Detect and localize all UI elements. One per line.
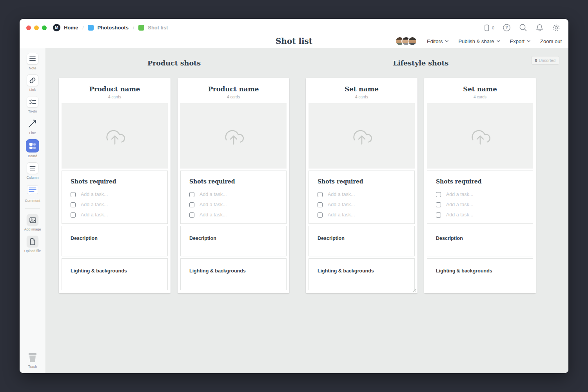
milanote-logo-icon[interactable]: M [53, 24, 60, 31]
maximize-window-button[interactable] [42, 25, 47, 30]
svg-text:?: ? [505, 25, 508, 30]
lighting-note[interactable]: Lighting & backgrounds [427, 258, 533, 290]
lighting-note[interactable]: Lighting & backgrounds [62, 258, 168, 290]
description-note[interactable]: Description [309, 226, 415, 256]
todo-task-row[interactable]: Add a task... [318, 210, 408, 220]
tool-note[interactable]: Note [27, 53, 38, 70]
zoom-out-button[interactable]: Zoom out [540, 38, 562, 44]
export-menu[interactable]: Export [510, 38, 531, 44]
board-card[interactable]: Product name 4 cards Shots required Add … [178, 78, 289, 293]
description-note[interactable]: Description [62, 226, 168, 256]
todo-note[interactable]: Shots required Add a task... Add a task.… [427, 171, 533, 224]
card-title[interactable]: Product name [89, 85, 140, 93]
todo-task-row[interactable]: Add a task... [189, 200, 280, 210]
resize-handle[interactable] [412, 288, 416, 292]
editors-menu[interactable]: Editors [427, 38, 448, 44]
todo-task-row[interactable]: Add a task... [189, 210, 280, 220]
unsorted-label: Unsorted [539, 58, 555, 63]
todo-task-row[interactable]: Add a task... [436, 210, 526, 220]
breadcrumb-home[interactable]: Home [64, 25, 78, 31]
tool-column[interactable]: Column [26, 162, 38, 180]
tool-upload-file[interactable]: Upload file [24, 236, 41, 253]
board-chip-green-icon[interactable] [138, 25, 144, 31]
task-placeholder[interactable]: Add a task... [328, 192, 355, 197]
task-placeholder[interactable]: Add a task... [81, 202, 108, 207]
board-card[interactable]: Product name 4 cards Shots required Add … [59, 78, 171, 293]
notifications-button[interactable] [535, 24, 544, 32]
task-checkbox[interactable] [318, 212, 323, 218]
tool-add-image[interactable]: Add image [24, 214, 41, 231]
todo-note[interactable]: Shots required Add a task... Add a task.… [309, 171, 415, 224]
task-checkbox[interactable] [71, 202, 76, 207]
todo-task-row[interactable]: Add a task... [71, 210, 161, 220]
tool-link[interactable]: Link [27, 74, 38, 92]
editor-avatars[interactable] [395, 36, 417, 46]
task-placeholder[interactable]: Add a task... [81, 212, 108, 218]
task-checkbox[interactable] [71, 212, 76, 218]
card-title[interactable]: Product name [208, 85, 259, 93]
tool-comment[interactable]: Comment [25, 184, 40, 203]
tool-board[interactable]: Board [26, 139, 39, 158]
task-checkbox[interactable] [189, 202, 194, 207]
todo-task-row[interactable]: Add a task... [436, 200, 526, 210]
close-window-button[interactable] [26, 25, 31, 30]
note-title: Description [189, 236, 280, 241]
image-upload-placeholder[interactable] [62, 103, 168, 169]
mobile-uploads-button[interactable]: 0 [483, 24, 494, 32]
task-checkbox[interactable] [189, 212, 194, 218]
zoom-out-label: Zoom out [540, 38, 562, 44]
card-title[interactable]: Set name [345, 85, 378, 93]
image-upload-placeholder[interactable] [309, 103, 415, 169]
todo-task-row[interactable]: Add a task... [318, 189, 408, 200]
group-product-shots: Product shots Product name 4 cards Shots… [59, 59, 289, 293]
task-checkbox[interactable] [318, 192, 323, 197]
board-card[interactable]: Set name 4 cards Shots required Add a ta… [424, 78, 536, 293]
todo-task-row[interactable]: Add a task... [318, 200, 408, 210]
task-checkbox[interactable] [318, 202, 323, 207]
todo-task-row[interactable]: Add a task... [71, 200, 161, 210]
board-canvas[interactable]: 0 Unsorted Product shots Product name 4 … [46, 48, 568, 373]
minimize-window-button[interactable] [34, 25, 39, 30]
avatar[interactable] [408, 36, 417, 46]
group-title[interactable]: Lifestyle shots [306, 59, 536, 67]
task-checkbox[interactable] [436, 202, 441, 207]
settings-button[interactable] [552, 24, 561, 32]
tool-todo[interactable]: To-do [27, 96, 38, 113]
tool-line[interactable]: Line [27, 118, 38, 135]
board-card[interactable]: Set name 4 cards Shots required Add a ta… [306, 78, 417, 293]
task-placeholder[interactable]: Add a task... [328, 202, 355, 207]
group-title[interactable]: Product shots [59, 59, 289, 67]
todo-task-row[interactable]: Add a task... [189, 189, 280, 200]
card-count: 4 cards [474, 95, 486, 99]
todo-task-row[interactable]: Add a task... [436, 189, 526, 200]
trash[interactable]: Trash [27, 352, 38, 368]
tool-label: Column [26, 176, 38, 180]
task-checkbox[interactable] [436, 192, 441, 197]
task-placeholder[interactable]: Add a task... [446, 202, 473, 207]
description-note[interactable]: Description [427, 226, 533, 256]
task-checkbox[interactable] [71, 192, 76, 197]
task-placeholder[interactable]: Add a task... [328, 212, 355, 218]
lighting-note[interactable]: Lighting & backgrounds [309, 258, 415, 290]
task-placeholder[interactable]: Add a task... [81, 192, 108, 197]
image-upload-placeholder[interactable] [427, 103, 533, 169]
task-placeholder[interactable]: Add a task... [446, 212, 473, 218]
search-button[interactable] [519, 24, 527, 32]
card-title[interactable]: Set name [463, 85, 497, 93]
help-button[interactable]: ? [503, 24, 511, 32]
todo-note[interactable]: Shots required Add a task... Add a task.… [180, 171, 287, 224]
image-upload-placeholder[interactable] [180, 103, 287, 169]
lighting-note[interactable]: Lighting & backgrounds [180, 258, 287, 290]
board-chip-blue-icon[interactable] [88, 25, 94, 31]
breadcrumb-photoshoots[interactable]: Photoshoots [97, 25, 128, 31]
task-placeholder[interactable]: Add a task... [446, 192, 473, 197]
todo-task-row[interactable]: Add a task... [71, 189, 161, 200]
task-placeholder[interactable]: Add a task... [200, 202, 227, 207]
todo-note[interactable]: Shots required Add a task... Add a task.… [62, 171, 168, 224]
task-checkbox[interactable] [189, 192, 194, 197]
task-checkbox[interactable] [436, 212, 441, 218]
task-placeholder[interactable]: Add a task... [200, 192, 227, 197]
publish-share-menu[interactable]: Publish & share [458, 38, 500, 44]
description-note[interactable]: Description [180, 226, 287, 256]
task-placeholder[interactable]: Add a task... [200, 212, 227, 218]
